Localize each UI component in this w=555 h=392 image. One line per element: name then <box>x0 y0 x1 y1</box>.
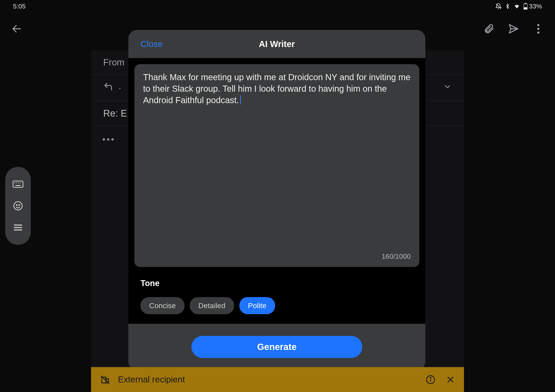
char-count: 160/1000 <box>382 253 411 261</box>
svg-point-27 <box>430 377 431 378</box>
modal-title: AI Writer <box>128 39 425 49</box>
dismiss-banner-button[interactable] <box>446 375 455 384</box>
tone-chip-detailed[interactable]: Detailed <box>190 297 234 314</box>
generate-button[interactable]: Generate <box>191 336 362 358</box>
tone-section: Tone Concise Detailed Polite <box>128 273 425 324</box>
close-button[interactable]: Close <box>140 39 163 49</box>
modal-footer: Generate <box>128 324 425 370</box>
modal-header: Close AI Writer <box>128 30 425 58</box>
prompt-text: Thank Max for meeting up with me at Droi… <box>143 72 413 105</box>
info-button[interactable] <box>426 375 435 385</box>
banner-text: External recipient <box>118 375 418 385</box>
text-cursor <box>240 95 241 104</box>
tone-chip-polite[interactable]: Polite <box>239 297 275 314</box>
tone-chips: Concise Detailed Polite <box>140 297 413 314</box>
external-recipient-banner: External recipient <box>91 367 464 392</box>
tone-label: Tone <box>140 279 413 288</box>
building-off-icon <box>100 375 110 385</box>
ai-writer-modal: Close AI Writer Thank Max for meeting up… <box>128 30 425 370</box>
tone-chip-concise[interactable]: Concise <box>140 297 184 314</box>
prompt-input[interactable]: Thank Max for meeting up with me at Droi… <box>134 64 419 267</box>
